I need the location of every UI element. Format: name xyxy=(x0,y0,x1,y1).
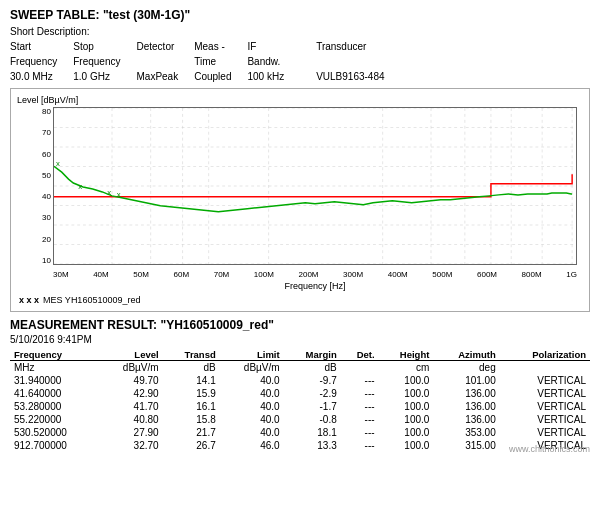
col-bandw: Bandw. xyxy=(247,54,300,69)
sweep-info: Short Description: Start Stop Detector M… xyxy=(10,24,590,84)
meas-date: 5/10/2016 9:41PM xyxy=(10,334,590,345)
chart-svg: x x x x xyxy=(54,108,576,264)
x-tick-400m: 400M xyxy=(388,270,408,279)
table-cell: 40.0 xyxy=(220,413,284,426)
x-tick-100m: 100M xyxy=(254,270,274,279)
table-cell: 32.70 xyxy=(99,439,163,452)
x-tick-600m: 600M xyxy=(477,270,497,279)
table-cell: 40.80 xyxy=(99,413,163,426)
col-freq2: Frequency xyxy=(73,54,136,69)
table-cell: 40.0 xyxy=(220,387,284,400)
table-cell: 100.0 xyxy=(379,426,434,439)
table-cell: 100.0 xyxy=(379,413,434,426)
val-transducer: VULB9163-484 xyxy=(316,69,400,84)
table-row: 55.22000040.8015.840.0-0.8---100.0136.00… xyxy=(10,413,590,426)
y-tick-60: 60 xyxy=(17,150,51,159)
table-cell: 21.7 xyxy=(163,426,220,439)
meas-result-title: MEASUREMENT RESULT: "YH160510009_red" xyxy=(10,318,590,332)
chart-area: Level [dBµV/m] 80 70 60 50 40 30 20 10 xyxy=(15,93,585,293)
x-axis-title: Frequency [Hz] xyxy=(53,281,577,291)
table-cell: 100.0 xyxy=(379,374,434,387)
col-time: Time xyxy=(194,54,247,69)
x-tick-800m: 800M xyxy=(522,270,542,279)
table-cell: VERTICAL xyxy=(500,400,590,413)
desc-label: Short Description: xyxy=(10,24,401,39)
val-stop-freq: 1.0 GHz xyxy=(73,69,136,84)
y-axis-labels: 80 70 60 50 40 30 20 10 xyxy=(17,107,51,265)
table-cell: VERTICAL xyxy=(500,413,590,426)
col-header-margin: Margin xyxy=(284,349,341,361)
svg-text:x: x xyxy=(107,188,111,197)
table-cell: -2.9 xyxy=(284,387,341,400)
col-det-blank xyxy=(137,54,195,69)
y-tick-40: 40 xyxy=(17,192,51,201)
table-row: 530.52000027.9021.740.018.1---100.0353.0… xyxy=(10,426,590,439)
table-cell: 42.90 xyxy=(99,387,163,400)
table-cell: 40.0 xyxy=(220,374,284,387)
col-unit-cm: cm xyxy=(379,361,434,375)
val-meas-coupled: Coupled xyxy=(194,69,247,84)
col-unit-deg: deg xyxy=(433,361,499,375)
col-header-azimuth: Azimuth xyxy=(433,349,499,361)
col-detector: Detector xyxy=(137,39,195,54)
table-row: 31.94000049.7014.140.0-9.7---100.0101.00… xyxy=(10,374,590,387)
table-cell: 49.70 xyxy=(99,374,163,387)
sweep-title: SWEEP TABLE: "test (30M-1G)" xyxy=(10,8,590,22)
col-unit-mhz: MHz xyxy=(10,361,99,375)
y-tick-70: 70 xyxy=(17,128,51,137)
legend-label: MES YH160510009_red xyxy=(43,295,140,305)
val-if-bw: 100 kHz xyxy=(247,69,300,84)
col-unit-det xyxy=(341,361,379,375)
x-tick-60m: 60M xyxy=(174,270,190,279)
x-tick-50m: 50M xyxy=(133,270,149,279)
table-cell: --- xyxy=(341,426,379,439)
x-tick-300m: 300M xyxy=(343,270,363,279)
col-stop: Stop xyxy=(73,39,136,54)
table-cell: -0.8 xyxy=(284,413,341,426)
table-cell: 530.520000 xyxy=(10,426,99,439)
col-header-limit: Limit xyxy=(220,349,284,361)
col-start: Start xyxy=(10,39,73,54)
col-unit-db2: dB xyxy=(284,361,341,375)
col-freq1: Frequency xyxy=(10,54,73,69)
col-unit-db: dB xyxy=(163,361,220,375)
table-cell: 912.700000 xyxy=(10,439,99,452)
table-cell: --- xyxy=(341,413,379,426)
legend-area: x x x MES YH160510009_red xyxy=(15,293,585,307)
col-spacer2 xyxy=(300,54,316,69)
x-axis-labels: 30M 40M 50M 60M 70M 100M 200M 300M 400M … xyxy=(53,270,577,279)
col-header-det: Det. xyxy=(341,349,379,361)
table-cell: 100.0 xyxy=(379,400,434,413)
x-tick-200m: 200M xyxy=(298,270,318,279)
col-header-transd: Transd xyxy=(163,349,220,361)
chart-plot-area: x x x x xyxy=(53,107,577,265)
table-cell: --- xyxy=(341,400,379,413)
watermark: www.chitrionics.com xyxy=(509,444,590,454)
table-cell: VERTICAL xyxy=(500,387,590,400)
table-row: 41.64000042.9015.940.0-2.9---100.0136.00… xyxy=(10,387,590,400)
table-cell: -1.7 xyxy=(284,400,341,413)
table-cell: --- xyxy=(341,374,379,387)
table-cell: 100.0 xyxy=(379,387,434,400)
table-cell: --- xyxy=(341,387,379,400)
col-spacer xyxy=(300,39,316,54)
table-cell: --- xyxy=(341,439,379,452)
y-tick-30: 30 xyxy=(17,213,51,222)
table-cell: 101.00 xyxy=(433,374,499,387)
y-tick-50: 50 xyxy=(17,171,51,180)
table-row: 53.28000041.7016.140.0-1.7---100.0136.00… xyxy=(10,400,590,413)
table-cell: 315.00 xyxy=(433,439,499,452)
table-cell: 27.90 xyxy=(99,426,163,439)
col-header-height: Height xyxy=(379,349,434,361)
table-cell: 26.7 xyxy=(163,439,220,452)
val-detector: MaxPeak xyxy=(137,69,195,84)
table-cell: 353.00 xyxy=(433,426,499,439)
col-unit-dbuvpm2: dBµV/m xyxy=(220,361,284,375)
table-cell: 16.1 xyxy=(163,400,220,413)
col-unit-pol xyxy=(500,361,590,375)
table-cell: -9.7 xyxy=(284,374,341,387)
table-cell: 15.9 xyxy=(163,387,220,400)
table-cell: 40.0 xyxy=(220,426,284,439)
x-tick-30m: 30M xyxy=(53,270,69,279)
table-row: 912.70000032.7026.746.013.3---100.0315.0… xyxy=(10,439,590,452)
